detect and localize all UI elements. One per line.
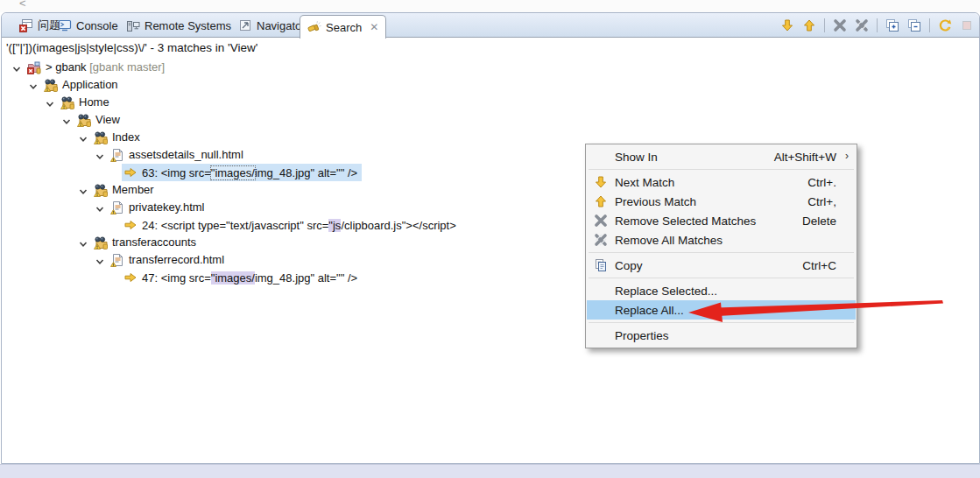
- project-error-icon: [27, 60, 41, 74]
- run-search-again-button[interactable]: [936, 17, 954, 34]
- previous-match-icon: [802, 18, 816, 32]
- tree-item-label: View: [95, 113, 120, 126]
- git-decoration: [gbank master]: [87, 60, 166, 74]
- tab-console[interactable]: Console: [54, 13, 122, 38]
- pin-view-button[interactable]: [958, 17, 976, 34]
- tab-label: Navigator: [257, 19, 306, 32]
- html-file-icon: [110, 253, 124, 267]
- menu-item-next-match[interactable]: Next Match Ctrl+.: [587, 172, 856, 192]
- match-highlight: "images/: [211, 166, 255, 179]
- menu-shortcut: Delete: [802, 214, 856, 228]
- match-line-selected[interactable]: 63: <img src="images/img_48.jpg" alt="" …: [122, 164, 362, 181]
- collapse-all-button[interactable]: [906, 17, 923, 34]
- context-menu: Show In Alt+Shift+W › Next Match Ctrl+. …: [585, 144, 857, 348]
- remove-all-icon: [594, 233, 608, 247]
- toolbar-separator: [877, 18, 878, 32]
- menu-item-replace-selected[interactable]: Replace Selected...: [587, 281, 856, 300]
- menu-item-label: Remove Selected Matches: [615, 214, 756, 228]
- chevron-down-icon[interactable]: [79, 186, 88, 194]
- menu-shortcut: Ctrl+,: [807, 195, 856, 208]
- match-line[interactable]: 24: <script type="text/javascript" src="…: [122, 216, 461, 234]
- menu-shortcut: Ctrl+.: [807, 176, 856, 189]
- chevron-down-icon[interactable]: [62, 116, 71, 124]
- search-summary: '(["|'])(images|js|style|css)\/' - 3 mat…: [6, 41, 257, 54]
- menu-separator: [589, 322, 854, 323]
- html-file-icon: [110, 148, 124, 162]
- collapse-all-icon: [907, 18, 921, 32]
- tree-item-label: > gbank [gbank master]: [46, 60, 165, 74]
- menu-item-show-in[interactable]: Show In Alt+Shift+W ›: [587, 147, 856, 166]
- submenu-arrow-icon: ›: [845, 150, 849, 162]
- menu-item-label: Previous Match: [615, 195, 696, 208]
- tree-row-folder[interactable]: Application: [2, 76, 979, 94]
- tab-label: Search: [326, 21, 362, 34]
- menu-item-properties[interactable]: Properties: [587, 326, 856, 345]
- remove-selected-icon: [833, 18, 847, 32]
- search-folder-icon: [94, 183, 108, 197]
- menu-item-previous-match[interactable]: Previous Match Ctrl+,: [587, 192, 856, 211]
- search-folder-icon: [60, 95, 74, 109]
- menu-shortcut: Ctrl+C: [802, 259, 856, 272]
- menu-item-label: Copy: [615, 259, 643, 272]
- remove-all-icon: [855, 18, 869, 32]
- tree-row-project[interactable]: > gbank [gbank master]: [2, 59, 979, 76]
- menu-item-copy[interactable]: Copy Ctrl+C: [587, 256, 856, 275]
- pin-view-icon: [960, 18, 974, 32]
- toolbar-separator: [824, 18, 825, 32]
- chevron-down-icon[interactable]: [95, 256, 104, 264]
- search-folder-icon: [94, 130, 108, 144]
- close-icon[interactable]: ✕: [370, 21, 378, 33]
- remote-systems-icon: [126, 18, 140, 32]
- match-line[interactable]: 47: <img src="images/img_48.jpg" alt="" …: [122, 269, 362, 286]
- tab-search[interactable]: Search ✕: [300, 15, 386, 39]
- chevron-down-icon[interactable]: [79, 133, 88, 142]
- remove-selected-icon: [594, 214, 608, 228]
- expand-all-button[interactable]: [884, 17, 901, 34]
- menu-separator: [589, 278, 854, 278]
- previous-match-button[interactable]: [800, 17, 818, 34]
- view-toolbar: [779, 16, 976, 35]
- search-folder-icon: [44, 78, 58, 92]
- chevron-down-icon[interactable]: [79, 238, 88, 247]
- tree-row-folder[interactable]: Home: [2, 94, 979, 111]
- match-text: 63: <img src="images/img_48.jpg" alt="" …: [142, 166, 357, 179]
- chevron-down-icon[interactable]: [95, 151, 104, 159]
- match-text: 24: <script type="text/javascript" src="…: [142, 219, 456, 232]
- chevron-down-icon[interactable]: [46, 98, 54, 107]
- menu-item-label: Properties: [615, 329, 669, 342]
- menu-item-remove-selected-matches[interactable]: Remove Selected Matches Delete: [587, 211, 856, 230]
- status-bar-strip: [0, 464, 980, 478]
- next-match-icon: [780, 18, 794, 32]
- match-text: 47: <img src="images/img_48.jpg" alt="" …: [142, 271, 357, 285]
- menu-item-label: Next Match: [615, 176, 674, 189]
- tree-item-label: Member: [112, 183, 154, 196]
- menu-item-remove-all-matches[interactable]: Remove All Matches: [587, 230, 856, 250]
- previous-match-icon: [594, 194, 608, 208]
- tab-remote-systems[interactable]: Remote Systems: [123, 13, 235, 38]
- problems-icon: [19, 18, 33, 32]
- run-search-again-icon: [938, 18, 952, 32]
- tree-item-label: Home: [79, 95, 109, 109]
- tree-item-label: assetsdetails_null.html: [129, 148, 243, 161]
- menu-item-label: Replace Selected...: [615, 285, 717, 298]
- copy-icon: [594, 258, 608, 272]
- tab-navigator[interactable]: Navigator: [235, 13, 309, 38]
- menu-separator: [589, 252, 854, 253]
- chevron-down-icon[interactable]: [12, 63, 21, 72]
- tab-label: Remote Systems: [145, 19, 231, 32]
- remove-all-matches-button[interactable]: [853, 17, 871, 34]
- menu-item-label: Show In: [615, 151, 658, 164]
- tree-item-label: Application: [62, 78, 118, 91]
- menu-item-label: Replace All...: [615, 304, 684, 317]
- tree-row-folder[interactable]: View: [2, 111, 979, 129]
- remove-selected-matches-button[interactable]: [831, 17, 849, 34]
- menu-item-replace-all[interactable]: Replace All...: [587, 300, 856, 320]
- next-match-icon: [594, 175, 608, 189]
- chevron-down-icon[interactable]: [29, 81, 38, 89]
- expand-all-icon: [885, 18, 899, 32]
- next-match-button[interactable]: [779, 17, 796, 34]
- chevron-down-icon[interactable]: [95, 203, 104, 212]
- tree-item-label: transferaccounts: [112, 235, 196, 249]
- tree-item-label: transferrecord.html: [129, 253, 224, 266]
- match-arrow-icon: [124, 220, 137, 230]
